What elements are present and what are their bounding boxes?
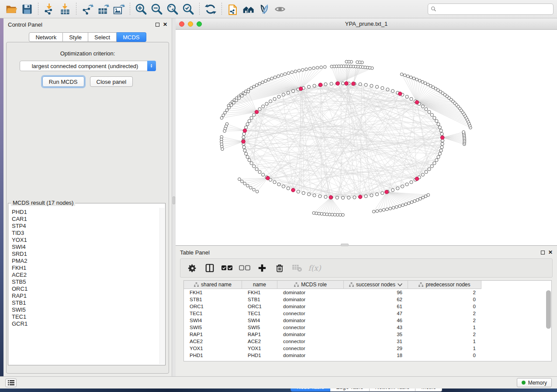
search-box[interactable] <box>428 3 554 15</box>
mcds-result-item[interactable]: PMA2 <box>12 258 159 265</box>
criterion-dropdown[interactable]: largest connected component (undirected)… <box>20 61 156 71</box>
new-network-from-selection-button[interactable] <box>225 2 241 17</box>
control-panel: Control Panel ✕ Network Style Select MCD… <box>3 18 172 376</box>
tab-network[interactable]: Network <box>29 32 63 42</box>
export-table-button[interactable] <box>95 2 111 17</box>
open-session-button[interactable] <box>3 2 19 17</box>
visual-styles-button[interactable] <box>256 2 272 17</box>
mcds-result-item[interactable]: FKH1 <box>12 265 159 272</box>
save-icon <box>21 3 33 15</box>
run-mcds-button[interactable]: Run MCDS <box>42 76 84 87</box>
table-cell: 1 <box>408 325 481 330</box>
close-panel-icon[interactable]: ✕ <box>163 22 167 27</box>
table-row[interactable]: TEC1TEC1connector472 <box>184 310 546 317</box>
table-scrollbar-thumb[interactable] <box>546 290 551 329</box>
mcds-result-item[interactable]: ACE2 <box>12 272 159 279</box>
create-column-button[interactable] <box>256 262 268 274</box>
network-graph[interactable] <box>176 30 557 245</box>
import-network-button[interactable] <box>42 2 57 17</box>
mcds-result-item[interactable]: PHD1 <box>12 209 159 216</box>
mcds-result-item[interactable]: TEC1 <box>12 313 159 320</box>
column-header-predecessor-nodes[interactable]: predecessor nodes <box>408 281 481 289</box>
table-body: FKH1FKH1dominator962STB1STB1dominator620… <box>184 289 546 361</box>
table-cell: connector <box>277 346 344 351</box>
mcds-result-item[interactable]: RAP1 <box>12 292 159 299</box>
save-session-button[interactable] <box>19 2 35 17</box>
table-row[interactable]: STB1STB1dominator620 <box>184 296 546 303</box>
node-table: shared namenameMCDS rolesuccessor nodesp… <box>183 280 552 361</box>
zoom-fit-button[interactable] <box>165 2 180 17</box>
zoom-out-button[interactable] <box>149 2 165 17</box>
export-image-button[interactable] <box>111 2 127 17</box>
mcds-result-item[interactable]: YOX1 <box>12 237 159 244</box>
network-window-titlebar[interactable]: YPA_prune.txt_1 <box>176 18 557 30</box>
table-row[interactable]: PHD1PHD1dominator180 <box>184 352 546 359</box>
table-cell: SWI5 <box>184 325 242 330</box>
column-type-icon <box>194 282 199 287</box>
close-panel-button[interactable]: Close panel <box>90 76 133 87</box>
column-header-MCDS-role[interactable]: MCDS role <box>277 281 344 289</box>
table-cell: connector <box>277 325 344 330</box>
table-toolbar: f(x) <box>180 258 553 278</box>
show-hide-panels-button[interactable] <box>272 2 288 17</box>
column-header-name[interactable]: name <box>242 281 277 289</box>
vertical-splitter[interactable] <box>172 18 176 376</box>
table-row[interactable]: SWI5SWI5connector431 <box>184 324 546 331</box>
table-cell: YOX1 <box>242 346 277 351</box>
home-button[interactable] <box>241 2 256 17</box>
column-header-successor-nodes[interactable]: successor nodes <box>344 281 408 289</box>
float-panel-icon[interactable] <box>541 251 545 254</box>
tab-style[interactable]: Style <box>63 32 88 42</box>
mcds-result-item[interactable]: GCR1 <box>12 320 159 327</box>
mcds-result-item[interactable]: SRD1 <box>12 251 159 258</box>
table-options-button[interactable] <box>187 262 198 274</box>
select-all-columns-button[interactable] <box>221 262 233 274</box>
show-columns-button[interactable] <box>204 262 215 274</box>
export-network-button[interactable] <box>80 2 95 17</box>
mcds-result-item[interactable]: TID3 <box>12 230 159 237</box>
search-input[interactable] <box>436 6 550 12</box>
deselect-all-columns-button[interactable] <box>239 262 250 274</box>
table-cell: 62 <box>344 297 408 302</box>
memory-button[interactable]: Memory <box>517 378 552 387</box>
table-cell: RAP1 <box>184 332 242 337</box>
table-row[interactable]: YOX1YOX1connector291 <box>184 345 546 352</box>
column-header-label: successor nodes <box>356 282 395 288</box>
apply-layout-button[interactable] <box>203 2 218 17</box>
close-panel-icon[interactable]: ✕ <box>548 250 553 255</box>
zoom-in-button[interactable] <box>133 2 149 17</box>
table-cell: 61 <box>344 304 408 309</box>
table-cell: 0 <box>408 304 481 309</box>
column-header-shared-name[interactable]: shared name <box>184 281 242 289</box>
mcds-result-item[interactable]: CAR1 <box>12 216 159 223</box>
export-table-icon <box>97 3 109 15</box>
table-row[interactable]: ACE2ACE2connector311 <box>184 338 546 345</box>
delete-columns-button[interactable] <box>274 262 285 274</box>
mcds-result-list[interactable]: PHD1CAR1STP4TID3YOX1SWI4SRD1PMA2FKH1ACE2… <box>9 208 159 364</box>
mcds-result-item[interactable]: STP4 <box>12 223 159 230</box>
delete-table-button[interactable] <box>291 262 303 274</box>
mcds-result-item[interactable]: ORC1 <box>12 285 159 292</box>
mcds-result-item[interactable]: STB5 <box>12 279 159 285</box>
eye-icon <box>274 3 286 15</box>
mcds-result-item[interactable]: SWI5 <box>12 306 159 313</box>
splitter-grip[interactable] <box>173 196 175 204</box>
task-history-button[interactable] <box>5 378 17 387</box>
import-table-button[interactable] <box>57 2 73 17</box>
mcds-list-scrollbar[interactable] <box>159 208 165 364</box>
table-cell: PHD1 <box>242 353 277 358</box>
table-cell: dominator <box>277 304 344 309</box>
mcds-result-item[interactable]: STB1 <box>12 299 159 306</box>
mcds-result-item[interactable]: SWI4 <box>12 244 159 251</box>
table-cell: 46 <box>344 318 408 323</box>
function-builder-button[interactable]: f(x) <box>309 262 320 274</box>
network-window-title: YPA_prune.txt_1 <box>176 21 557 27</box>
table-row[interactable]: FKH1FKH1dominator962 <box>184 289 546 296</box>
table-row[interactable]: RAP1RAP1dominator352 <box>184 331 546 338</box>
tab-select[interactable]: Select <box>88 32 117 42</box>
float-panel-icon[interactable] <box>156 23 159 27</box>
table-row[interactable]: SWI4SWI4dominator462 <box>184 317 546 324</box>
table-row[interactable]: ORC1ORC1dominator610 <box>184 303 546 310</box>
tab-mcds[interactable]: MCDS <box>117 32 146 42</box>
zoom-selected-button[interactable] <box>180 2 196 17</box>
